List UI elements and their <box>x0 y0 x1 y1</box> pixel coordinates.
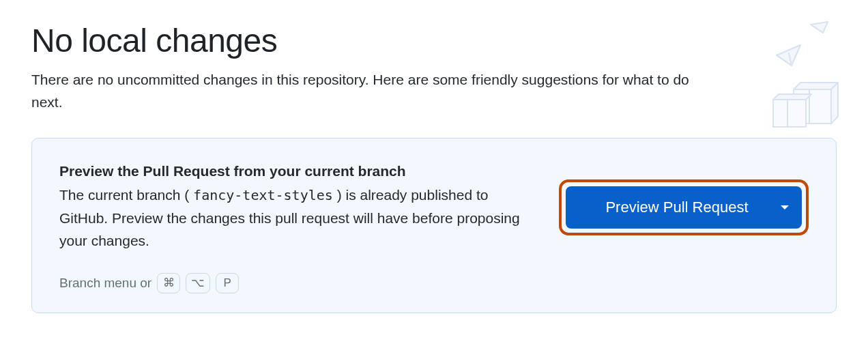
caret-down-icon[interactable] <box>768 204 802 211</box>
empty-state-illustration <box>736 18 845 134</box>
kbd-cmd: ⌘ <box>157 273 180 293</box>
kbd-p: P <box>216 273 239 293</box>
preview-pull-request-button[interactable]: Preview Pull Request <box>566 186 802 229</box>
suggestion-description: The current branch ( fancy-text-styles )… <box>59 184 532 252</box>
svg-rect-2 <box>773 100 806 127</box>
branch-name: fancy-text-styles <box>193 187 333 203</box>
button-label: Preview Pull Request <box>586 199 768 216</box>
button-highlight-outline: Preview Pull Request <box>559 179 809 235</box>
shortcut-hint: Branch menu or ⌘ ⌥ P <box>59 273 809 293</box>
suggestion-card: Preview the Pull Request from your curre… <box>31 138 837 313</box>
suggestion-title: Preview the Pull Request from your curre… <box>59 163 532 179</box>
kbd-option: ⌥ <box>186 273 210 293</box>
desc-prefix: The current branch ( <box>59 187 189 203</box>
shortcut-prefix: Branch menu or <box>59 276 151 291</box>
page-title: No local changes <box>31 22 837 59</box>
page-subtitle: There are no uncommitted changes in this… <box>31 69 721 113</box>
